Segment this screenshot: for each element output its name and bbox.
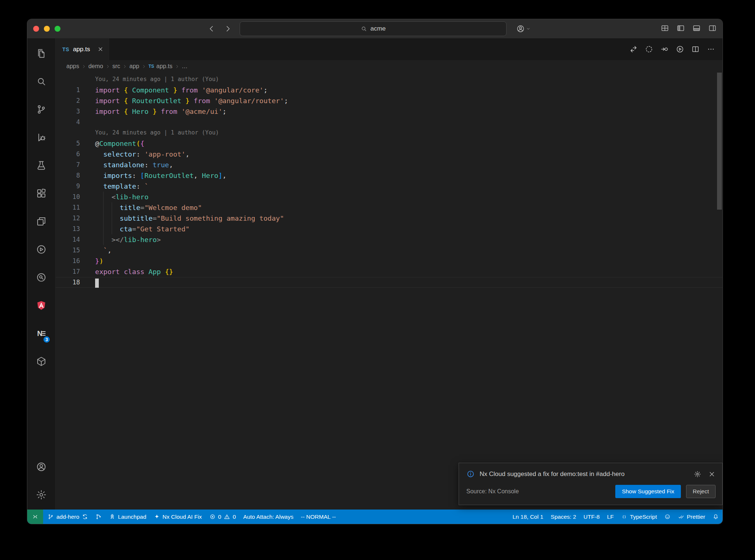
code-line[interactable]: 17export class App {} <box>56 266 723 277</box>
code-line[interactable]: 3import { Hero } from '@acme/ui'; <box>56 106 723 117</box>
activity-bar-item-layers[interactable] <box>27 207 55 235</box>
status-item-prettier[interactable]: Prettier <box>674 510 709 524</box>
close-window-button[interactable] <box>33 26 39 32</box>
status-item-indentation[interactable]: Spaces: 2 <box>547 510 580 524</box>
status-item-commit-graph[interactable] <box>92 510 105 524</box>
breadcrumb-item-apps[interactable]: apps <box>66 63 79 70</box>
activity-bar-item-angular[interactable] <box>27 291 55 319</box>
code-editor[interactable]: You, 24 minutes ago | 1 author (You)1imp… <box>56 73 723 510</box>
activity-bar-item-search[interactable] <box>27 67 55 95</box>
code-line[interactable]: 7 standalone: true, <box>56 160 723 170</box>
arrow-right-icon <box>223 24 232 33</box>
activity-bar-item-extensions[interactable] <box>27 179 55 207</box>
layout-grid-icon <box>661 24 669 32</box>
code-line[interactable]: 16}) <box>56 256 723 266</box>
status-item-git-branch[interactable]: add-hero <box>44 510 92 524</box>
code-line[interactable]: 8 imports: [RouterOutlet, Hero], <box>56 170 723 181</box>
activity-bar-item-search-circle[interactable] <box>27 263 55 291</box>
editor-cursor <box>95 279 99 288</box>
explorer-icon <box>36 48 47 59</box>
minimize-window-button[interactable] <box>44 26 50 32</box>
search-circle-icon <box>36 272 47 283</box>
code-text: selector: 'app-root', <box>80 149 189 160</box>
editor-scrollbar[interactable] <box>716 73 723 510</box>
activity-bar-item-account[interactable] <box>27 453 55 481</box>
code-line[interactable]: 4 <box>56 117 723 127</box>
activity-bar-item-nx[interactable]: N3 <box>27 319 55 347</box>
status-bar-left: add-heroLaunchpadNx Cloud AI Fix00Auto A… <box>27 510 340 524</box>
code-line[interactable]: 10 <lib-hero <box>56 192 723 202</box>
notification-close-button[interactable] <box>708 470 716 478</box>
code-line[interactable]: 2import { RouterOutlet } from '@angular/… <box>56 95 723 106</box>
code-text: export class App {} <box>80 266 173 277</box>
status-item-launchpad[interactable]: Launchpad <box>105 510 150 524</box>
activity-bar-item-source-control[interactable] <box>27 95 55 123</box>
breadcrumb-item-app.ts[interactable]: TSapp.ts <box>149 63 173 70</box>
status-item-cursor-position[interactable]: Ln 18, Col 1 <box>509 510 547 524</box>
breadcrumb-item-demo[interactable]: demo <box>88 63 103 70</box>
source-control-icon <box>36 104 47 115</box>
code-text: import { Hero } from '@acme/ui'; <box>80 106 226 117</box>
reject-button[interactable]: Reject <box>686 485 716 498</box>
breadcrumb-item-app[interactable]: app <box>129 63 139 70</box>
activity-bar-item-run-circle[interactable] <box>27 235 55 263</box>
gear-icon <box>694 470 701 478</box>
code-line[interactable]: 1import { Component } from '@angular/cor… <box>56 85 723 95</box>
accounts-menu-button[interactable] <box>516 24 531 33</box>
activity-bar-item-cube[interactable] <box>27 347 55 375</box>
run-button[interactable] <box>676 45 684 53</box>
scrollbar-thumb[interactable] <box>717 73 722 210</box>
zoom-window-button[interactable] <box>55 26 60 32</box>
navigate-forward-button[interactable] <box>223 24 232 33</box>
navigate-forward-button[interactable] <box>660 45 669 53</box>
breadcrumb-item-[interactable]: … <box>182 63 188 70</box>
dotted-circle-button[interactable] <box>645 45 653 53</box>
status-item-eol[interactable]: LF <box>603 510 617 524</box>
code-line[interactable]: 11 title="Welcmoe demo" <box>56 202 723 213</box>
activity-bar: N3 <box>27 38 56 510</box>
code-line[interactable]: 14 ></lib-hero> <box>56 234 723 245</box>
tab-close-button[interactable] <box>97 46 104 52</box>
split-editor-button[interactable] <box>691 45 700 53</box>
customize-layout-button[interactable] <box>661 24 669 34</box>
code-line[interactable]: 15 `, <box>56 245 723 256</box>
breadcrumb-label: apps <box>66 63 79 70</box>
open-changes-icon <box>629 45 638 53</box>
status-item-notifications-bell[interactable] <box>709 510 723 524</box>
navigate-back-button[interactable] <box>207 24 216 33</box>
activity-bar-item-run-debug[interactable] <box>27 123 55 151</box>
status-item-encoding[interactable]: UTF-8 <box>580 510 603 524</box>
activity-bar-item-settings[interactable] <box>27 481 55 509</box>
extensions-icon <box>36 188 47 199</box>
toggle-secondary-sidebar-button[interactable] <box>708 24 717 34</box>
code-line[interactable]: 6 selector: 'app-root', <box>56 149 723 160</box>
status-item-language-mode[interactable]: {}TypeScript <box>617 510 661 524</box>
more-actions-button[interactable] <box>707 45 715 53</box>
activity-bar-item-testing[interactable] <box>27 151 55 179</box>
search-icon <box>361 25 367 32</box>
line-number: 3 <box>56 106 80 117</box>
code-line[interactable]: 18 <box>56 277 723 288</box>
code-line[interactable]: 12 subtitle="Build something amazing tod… <box>56 213 723 224</box>
status-item-problems[interactable]: 00 <box>206 510 240 524</box>
status-item-vim-mode[interactable]: -- NORMAL -- <box>297 510 340 524</box>
status-item-remote-indicator[interactable] <box>27 510 43 524</box>
notification-settings-button[interactable] <box>694 470 701 478</box>
status-item-feedback[interactable] <box>661 510 674 524</box>
titlebar-center: acme <box>207 21 531 36</box>
show-suggested-fix-button[interactable]: Show Suggested Fix <box>615 485 681 498</box>
breadcrumb-label: … <box>182 63 188 70</box>
code-line[interactable]: 9 template: ` <box>56 181 723 192</box>
command-center-search[interactable]: acme <box>240 21 507 36</box>
toggle-primary-sidebar-button[interactable] <box>676 24 685 34</box>
tab-app-ts[interactable]: TS app.ts <box>56 38 109 60</box>
breadcrumb-item-src[interactable]: src <box>112 63 120 70</box>
status-item-nx-cloud-ai-fix[interactable]: Nx Cloud AI Fix <box>150 510 206 524</box>
activity-bar-item-explorer[interactable] <box>27 39 55 67</box>
toggle-panel-button[interactable] <box>692 24 701 34</box>
status-label: Nx Cloud AI Fix <box>163 514 202 520</box>
status-item-auto-attach[interactable]: Auto Attach: Always <box>240 510 297 524</box>
open-changes-button[interactable] <box>629 45 638 53</box>
code-line[interactable]: 5@Component({ <box>56 138 723 149</box>
code-line[interactable]: 13 cta="Get Started" <box>56 224 723 234</box>
